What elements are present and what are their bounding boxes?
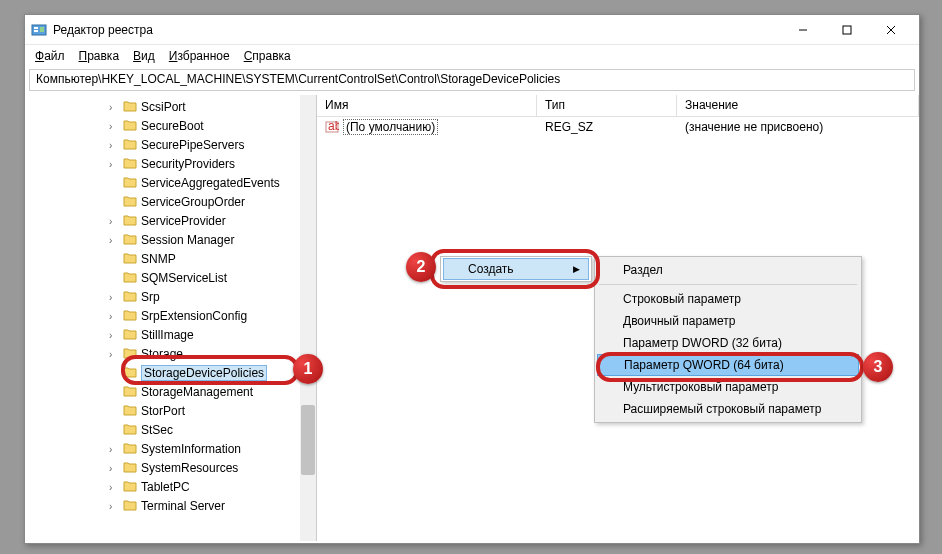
folder-icon <box>123 100 137 115</box>
col-value[interactable]: Значение <box>677 95 919 116</box>
tree-item[interactable]: SQMServiceList <box>109 269 316 287</box>
close-button[interactable] <box>869 16 913 44</box>
tree-item-label: SecurityProviders <box>141 157 235 171</box>
menu-edit[interactable]: Правка <box>73 47 126 65</box>
value-data: (значение не присвоено) <box>677 120 919 134</box>
expand-icon[interactable]: › <box>109 235 119 246</box>
menu-favorites[interactable]: Избранное <box>163 47 236 65</box>
submenu-section[interactable]: Раздел <box>597 259 859 281</box>
maximize-button[interactable] <box>825 16 869 44</box>
tree-item-label: SecurePipeServers <box>141 138 244 152</box>
folder-icon <box>123 176 137 191</box>
context-menu-create: Создать ▶ <box>440 256 592 282</box>
titlebar: Редактор реестра <box>25 15 919 45</box>
address-bar[interactable]: Компьютер\HKEY_LOCAL_MACHINE\SYSTEM\Curr… <box>29 69 915 91</box>
tree-item[interactable]: ›Terminal Server <box>109 497 316 515</box>
tree-item-label: ServiceProvider <box>141 214 226 228</box>
tree-item[interactable]: ›SrpExtensionConfig <box>109 307 316 325</box>
tree-item-label: SrpExtensionConfig <box>141 309 247 323</box>
folder-icon <box>123 423 137 438</box>
context-item-create[interactable]: Создать ▶ <box>443 258 589 280</box>
tree-item[interactable]: StorageDevicePolicies <box>109 364 316 382</box>
tree-item[interactable]: ›SecureBoot <box>109 117 316 135</box>
tree-item-label: StSec <box>141 423 173 437</box>
col-type[interactable]: Тип <box>537 95 677 116</box>
expand-icon[interactable]: › <box>109 292 119 303</box>
folder-icon <box>123 157 137 172</box>
expand-icon[interactable]: › <box>109 482 119 493</box>
menu-file[interactable]: Файл <box>29 47 71 65</box>
svg-rect-2 <box>34 30 38 32</box>
svg-rect-5 <box>843 26 851 34</box>
tree-item[interactable]: StorPort <box>109 402 316 420</box>
expand-icon[interactable]: › <box>109 349 119 360</box>
expand-icon[interactable]: › <box>109 159 119 170</box>
col-name[interactable]: Имя <box>317 95 537 116</box>
tree-item-label: Session Manager <box>141 233 234 247</box>
tree-item-label: StorageManagement <box>141 385 253 399</box>
folder-icon <box>123 328 137 343</box>
submenu-dword[interactable]: Параметр DWORD (32 бита) <box>597 332 859 354</box>
tree-scrollbar-thumb[interactable] <box>301 405 315 475</box>
expand-icon[interactable]: › <box>109 444 119 455</box>
menu-help[interactable]: Справка <box>238 47 297 65</box>
expand-icon[interactable]: › <box>109 102 119 113</box>
submenu-string[interactable]: Строковый параметр <box>597 288 859 310</box>
tree-item[interactable]: ›TabletPC <box>109 478 316 496</box>
submenu-multi[interactable]: Мультистроковый параметр <box>597 376 859 398</box>
tree-item-label: Storage <box>141 347 183 361</box>
folder-icon <box>123 119 137 134</box>
tree-item[interactable]: ›ScsiPort <box>109 98 316 116</box>
expand-icon[interactable]: › <box>109 463 119 474</box>
tree-item-label: SQMServiceList <box>141 271 227 285</box>
list-row[interactable]: ab (По умолчанию) REG_SZ (значение не пр… <box>317 117 919 137</box>
create-submenu: Раздел Строковый параметр Двоичный парам… <box>594 256 862 423</box>
tree-item-label: Terminal Server <box>141 499 225 513</box>
tree-item-label: StillImage <box>141 328 194 342</box>
minimize-button[interactable] <box>781 16 825 44</box>
tree-item[interactable]: ›SecurePipeServers <box>109 136 316 154</box>
menu-view[interactable]: Вид <box>127 47 161 65</box>
folder-icon <box>123 309 137 324</box>
tree-item[interactable]: ›ServiceProvider <box>109 212 316 230</box>
expand-icon[interactable]: › <box>109 216 119 227</box>
expand-icon[interactable]: › <box>109 121 119 132</box>
submenu-qword[interactable]: Параметр QWORD (64 бита) <box>597 354 859 376</box>
window-title: Редактор реестра <box>53 23 781 37</box>
tree-item-label: ServiceGroupOrder <box>141 195 245 209</box>
tree-scrollbar[interactable] <box>300 95 316 541</box>
tree-item-label: SNMP <box>141 252 176 266</box>
expand-icon[interactable]: › <box>109 140 119 151</box>
tree-panel[interactable]: ›ScsiPort›SecureBoot›SecurePipeServers›S… <box>25 95 317 541</box>
tree-item-label: TabletPC <box>141 480 190 494</box>
tree-item[interactable]: SNMP <box>109 250 316 268</box>
tree-item[interactable]: ›Session Manager <box>109 231 316 249</box>
submenu-binary[interactable]: Двоичный параметр <box>597 310 859 332</box>
tree-item[interactable]: ›SecurityProviders <box>109 155 316 173</box>
tree-item-label: StorPort <box>141 404 185 418</box>
menubar: Файл Правка Вид Избранное Справка <box>25 45 919 67</box>
tree-item[interactable]: ›Storage <box>109 345 316 363</box>
expand-icon[interactable]: › <box>109 501 119 512</box>
tree-item[interactable]: StSec <box>109 421 316 439</box>
tree-item[interactable]: ›Srp <box>109 288 316 306</box>
svg-rect-1 <box>34 27 38 29</box>
svg-text:ab: ab <box>328 120 339 133</box>
tree-item[interactable]: ServiceAggregatedEvents <box>109 174 316 192</box>
folder-icon <box>123 214 137 229</box>
expand-icon[interactable]: › <box>109 330 119 341</box>
folder-icon <box>123 385 137 400</box>
tree-item[interactable]: ServiceGroupOrder <box>109 193 316 211</box>
tree-item[interactable]: ›SystemResources <box>109 459 316 477</box>
menu-separator <box>599 284 857 285</box>
annotation-badge-2: 2 <box>406 252 436 282</box>
folder-icon <box>123 461 137 476</box>
tree-item[interactable]: ›SystemInformation <box>109 440 316 458</box>
tree-item[interactable]: StorageManagement <box>109 383 316 401</box>
expand-icon[interactable]: › <box>109 311 119 322</box>
tree-item-label: StorageDevicePolicies <box>141 365 267 381</box>
tree-item[interactable]: ›StillImage <box>109 326 316 344</box>
string-value-icon: ab <box>325 120 339 134</box>
tree-item-label: SystemResources <box>141 461 238 475</box>
submenu-expand[interactable]: Расширяемый строковый параметр <box>597 398 859 420</box>
